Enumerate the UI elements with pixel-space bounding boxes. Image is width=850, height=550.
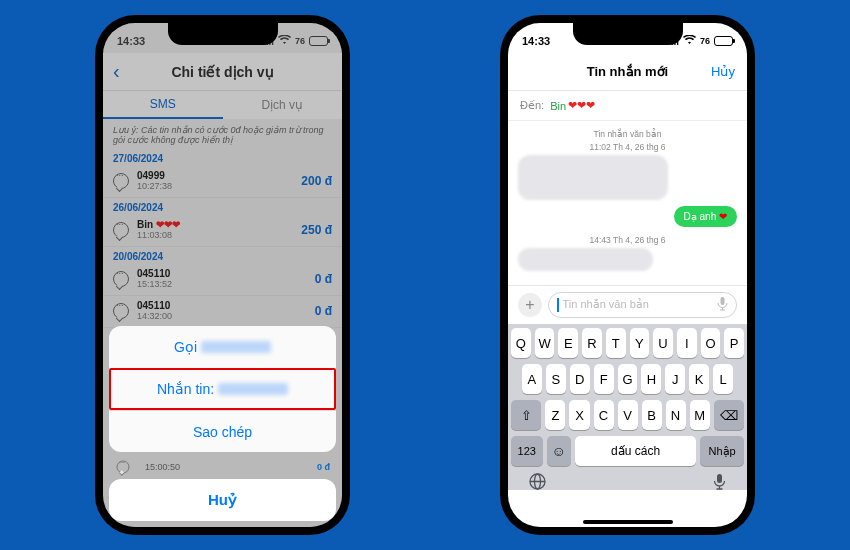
keyboard-bottom-bar [511, 472, 744, 492]
to-field[interactable]: Đến: Bin ❤❤❤ [508, 91, 747, 121]
key-z[interactable]: Z [545, 400, 565, 430]
key-q[interactable]: Q [511, 328, 531, 358]
key-w[interactable]: W [535, 328, 555, 358]
key-d[interactable]: D [570, 364, 590, 394]
key-i[interactable]: I [677, 328, 697, 358]
key-l[interactable]: L [713, 364, 733, 394]
key-space[interactable]: dấu cách [575, 436, 696, 466]
status-time: 14:33 [522, 35, 550, 47]
key-x[interactable]: X [569, 400, 589, 430]
to-recipient: Bin [550, 100, 566, 112]
notch [573, 23, 683, 45]
compose-title: Tin nhắn mới [587, 64, 668, 79]
redacted-number [218, 383, 288, 395]
action-sheet: Gọi Nhắn tin: Sao chép 15:00:50 0 đ Huỷ [109, 326, 336, 521]
redacted-number [201, 341, 271, 353]
action-call[interactable]: Gọi [109, 326, 336, 368]
action-sheet-options: Gọi Nhắn tin: Sao chép [109, 326, 336, 452]
globe-icon[interactable] [529, 473, 546, 493]
incoming-bubble: Anh đến xa cô như mà tái mang yêu qua nê… [518, 155, 668, 200]
outgoing-bubble: Dạ anh ❤ [674, 206, 737, 227]
svg-rect-0 [721, 297, 725, 305]
key-shift[interactable]: ⇧ [511, 400, 541, 430]
key-b[interactable]: B [642, 400, 662, 430]
bg-row-peek: 15:00:50 0 đ [109, 459, 336, 479]
thread-meta-time: 11:02 Th 4, 26 thg 6 [518, 142, 737, 152]
key-o[interactable]: O [701, 328, 721, 358]
compose-cancel[interactable]: Hủy [711, 64, 735, 79]
phone-frame-right: 14:33 ıll 76 Tin nhắn mới Hủy Đến: Bin ❤… [500, 15, 755, 535]
keyboard: QWERTYUIOP ASDFGHJKL ⇧ ZXCVBNM ⌫ 123 ☺ d… [508, 324, 747, 490]
key-c[interactable]: C [594, 400, 614, 430]
attach-button[interactable]: + [518, 293, 542, 317]
thread-meta-time: 14:43 Th 4, 26 thg 6 [518, 235, 737, 245]
key-u[interactable]: U [653, 328, 673, 358]
key-numbers[interactable]: 123 [511, 436, 543, 466]
key-p[interactable]: P [724, 328, 744, 358]
key-k[interactable]: K [689, 364, 709, 394]
key-n[interactable]: N [666, 400, 686, 430]
key-h[interactable]: H [641, 364, 661, 394]
key-y[interactable]: Y [630, 328, 650, 358]
mic-icon[interactable] [713, 473, 726, 493]
key-s[interactable]: S [546, 364, 566, 394]
compose-bar: + Tin nhắn văn bản [508, 285, 747, 324]
dictation-icon[interactable] [717, 297, 728, 314]
key-g[interactable]: G [618, 364, 638, 394]
svg-rect-4 [717, 474, 722, 483]
key-f[interactable]: F [594, 364, 614, 394]
screen-right: 14:33 ıll 76 Tin nhắn mới Hủy Đến: Bin ❤… [508, 23, 747, 527]
thread-meta: Tin nhắn văn bản [518, 129, 737, 139]
screen-left: 14:33 ıll 76 ‹ Chi tiết dịch vụ SMS Dịch… [103, 23, 342, 527]
incoming-bubble: Anh tới hóa vàng - bé nha [518, 248, 653, 271]
key-t[interactable]: T [606, 328, 626, 358]
key-e[interactable]: E [558, 328, 578, 358]
action-cancel[interactable]: Huỷ [109, 479, 336, 521]
key-emoji[interactable]: ☺ [547, 436, 571, 466]
message-thread[interactable]: Tin nhắn văn bản 11:02 Th 4, 26 thg 6 An… [508, 121, 747, 285]
key-r[interactable]: R [582, 328, 602, 358]
action-message[interactable]: Nhắn tin: [109, 368, 336, 410]
battery-icon [714, 36, 733, 46]
notch [168, 23, 278, 45]
to-hearts: ❤❤❤ [568, 99, 595, 112]
key-m[interactable]: M [690, 400, 710, 430]
wifi-icon [683, 35, 696, 47]
key-a[interactable]: A [522, 364, 542, 394]
to-label: Đến: [520, 99, 544, 112]
key-j[interactable]: J [665, 364, 685, 394]
message-input[interactable]: Tin nhắn văn bản [548, 292, 737, 318]
key-v[interactable]: V [618, 400, 638, 430]
key-backspace[interactable]: ⌫ [714, 400, 744, 430]
action-copy[interactable]: Sao chép [109, 410, 336, 452]
key-return[interactable]: Nhập [700, 436, 744, 466]
phone-frame-left: 14:33 ıll 76 ‹ Chi tiết dịch vụ SMS Dịch… [95, 15, 350, 535]
home-indicator[interactable] [583, 520, 673, 524]
compose-header: Tin nhắn mới Hủy [508, 53, 747, 91]
battery-label: 76 [700, 36, 710, 46]
